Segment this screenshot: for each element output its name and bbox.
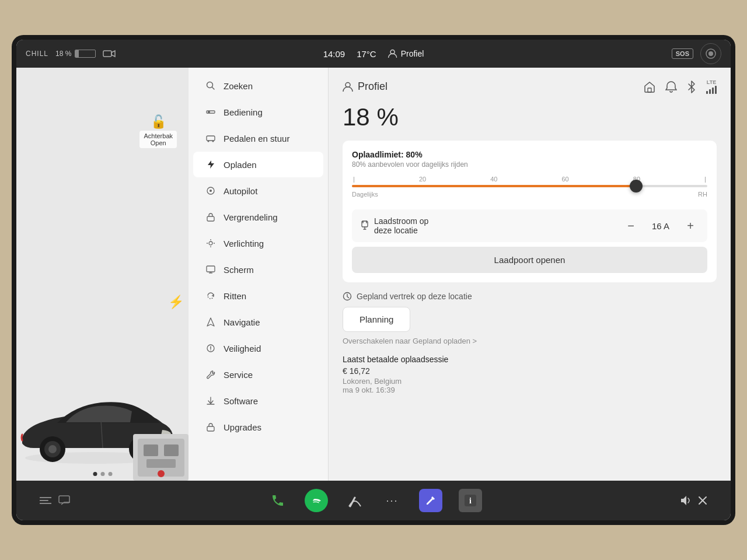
bluetooth-icon[interactable] bbox=[686, 80, 697, 93]
taskbar-icons: ··· i bbox=[267, 489, 482, 512]
nav-label-service: Service bbox=[224, 370, 253, 380]
nav-label-verlichting: Verlichting bbox=[224, 239, 264, 249]
open-port-button[interactable]: Laadpoort openen bbox=[352, 247, 707, 273]
svg-rect-0 bbox=[103, 51, 111, 57]
bell-icon[interactable] bbox=[665, 80, 677, 93]
trips-icon bbox=[205, 290, 217, 302]
car-icon bbox=[205, 132, 217, 144]
notes-button[interactable] bbox=[419, 489, 442, 512]
svg-rect-13 bbox=[144, 444, 158, 456]
svg-rect-26 bbox=[207, 216, 214, 221]
left-panel: 🔓 AchterbakOpen ⚡ bbox=[16, 68, 189, 481]
nav-label-opladen: Opladen bbox=[224, 160, 257, 170]
scheduled-text: Gepland vertrek op deze locatie bbox=[357, 292, 472, 301]
nav-item-vergrendeling[interactable]: Vergrendeling bbox=[193, 204, 323, 230]
nav-item-verlichting[interactable]: Verlichting bbox=[193, 230, 323, 256]
charge-nav-icon bbox=[205, 159, 217, 170]
lte-signal: LTE bbox=[706, 79, 717, 94]
volume-icon[interactable] bbox=[679, 495, 693, 506]
svg-point-8 bbox=[48, 445, 57, 453]
nav-item-opladen[interactable]: Opladen bbox=[193, 152, 323, 177]
nav-item-service[interactable]: Service bbox=[193, 362, 323, 387]
daily-hint: Dagelijks bbox=[352, 191, 378, 198]
nav-item-ritten[interactable]: Ritten bbox=[193, 283, 323, 309]
spotify-button[interactable] bbox=[305, 489, 328, 512]
car-display: 🔓 AchterbakOpen ⚡ bbox=[16, 68, 189, 481]
airbag-indicator bbox=[700, 43, 721, 64]
slider-thumb[interactable] bbox=[630, 180, 643, 192]
last-session-title: Laatst betaalde oplaadsessie bbox=[343, 355, 717, 364]
taskbar: ··· i bbox=[16, 481, 731, 520]
clock: 14:09 bbox=[323, 49, 345, 59]
nav-item-scherm[interactable]: Scherm bbox=[193, 257, 323, 282]
status-right: SOS bbox=[672, 43, 721, 64]
settings-icon bbox=[205, 106, 217, 118]
slider-labels: | 20 40 60 80 | bbox=[352, 176, 707, 183]
component-thumbnail bbox=[133, 434, 189, 481]
slider-mark-end: | bbox=[704, 176, 706, 183]
svg-point-25 bbox=[210, 190, 212, 192]
nav-label-autopilot: Autopilot bbox=[224, 186, 257, 196]
slider-fill bbox=[352, 185, 636, 187]
switch-to-planned[interactable]: Overschakelen naar Gepland opladen > bbox=[343, 337, 717, 345]
rh-hint: RH bbox=[698, 191, 707, 198]
charge-current-row: Laadstroom op deze locatie − 16 A + bbox=[352, 209, 707, 242]
profile-label: Profiel bbox=[401, 49, 424, 58]
panel-title: Profiel bbox=[358, 80, 388, 93]
home-icon[interactable] bbox=[643, 80, 656, 93]
slider-mark-40: 40 bbox=[490, 176, 497, 183]
slider-hints: Dagelijks RH bbox=[352, 191, 707, 198]
panel-title-container: Profiel bbox=[343, 80, 388, 93]
svg-point-16 bbox=[158, 470, 165, 477]
svg-rect-15 bbox=[146, 459, 176, 468]
charging-icon: ⚡ bbox=[168, 295, 184, 310]
sos-button[interactable]: SOS bbox=[672, 48, 693, 59]
main-battery-percent: 18 % bbox=[343, 103, 717, 131]
profile-status[interactable]: Profiel bbox=[388, 49, 424, 58]
svg-text:i: i bbox=[469, 496, 472, 505]
planning-button[interactable]: Planning bbox=[343, 307, 410, 332]
chat-icon bbox=[58, 495, 70, 506]
nav-item-zoeken[interactable]: Zoeken bbox=[193, 73, 323, 99]
nav-item-navigatie[interactable]: Navigatie bbox=[193, 309, 323, 335]
wiper-button[interactable] bbox=[344, 490, 365, 511]
dot-2 bbox=[100, 472, 104, 476]
camera-icon bbox=[103, 49, 116, 58]
main-content: 🔓 AchterbakOpen ⚡ bbox=[16, 68, 731, 481]
nav-item-autopilot[interactable]: Autopilot bbox=[193, 178, 323, 204]
charge-limit-header: Oplaadlimiet: 80% bbox=[352, 150, 707, 159]
nav-label-bediening: Bediening bbox=[224, 107, 263, 117]
nav-item-pedalen[interactable]: Pedalen en stuur bbox=[193, 125, 323, 151]
slider-mark-60: 60 bbox=[562, 176, 569, 183]
page-dots bbox=[93, 472, 112, 476]
screen: CHILL 18 % 14:09 17°C bbox=[16, 40, 731, 520]
search-icon bbox=[205, 80, 217, 92]
drive-mode: CHILL bbox=[26, 50, 48, 58]
increase-current-button[interactable]: + bbox=[682, 217, 699, 235]
charge-slider-container: | 20 40 60 80 | Dagelijks bbox=[352, 176, 707, 198]
more-button[interactable]: ··· bbox=[382, 490, 403, 511]
nav-item-software[interactable]: Software bbox=[193, 388, 323, 414]
plug-icon bbox=[360, 220, 369, 231]
lock-icon bbox=[205, 211, 217, 223]
info-button[interactable]: i bbox=[459, 489, 482, 512]
nav-item-bediening[interactable]: Bediening bbox=[193, 99, 323, 125]
decrease-current-button[interactable]: − bbox=[622, 217, 640, 235]
wrench-icon bbox=[205, 369, 217, 380]
charge-limit-sub: 80% aanbevolen voor dagelijks rijden bbox=[352, 160, 707, 169]
nav-label-scherm: Scherm bbox=[224, 265, 254, 275]
charge-current-text: Laadstroom op deze locatie bbox=[374, 216, 428, 235]
nav-item-upgrades[interactable]: Upgrades bbox=[193, 414, 323, 440]
svg-rect-49 bbox=[59, 496, 69, 503]
airbag-icon bbox=[705, 48, 717, 60]
svg-rect-21 bbox=[207, 136, 215, 141]
close-volume-icon[interactable] bbox=[698, 496, 707, 505]
nav-item-veiligheid[interactable]: Veiligheid bbox=[193, 335, 323, 361]
phone-button[interactable] bbox=[267, 490, 288, 511]
main-panel: Profiel bbox=[329, 68, 731, 481]
charge-card: Oplaadlimiet: 80% 80% aanbevolen voor da… bbox=[343, 141, 717, 282]
slider-track[interactable] bbox=[352, 185, 707, 187]
unlock-icon: 🔓 bbox=[151, 114, 166, 130]
dot-1 bbox=[93, 472, 97, 476]
last-session-location: Lokoren, Belgium bbox=[343, 377, 717, 386]
